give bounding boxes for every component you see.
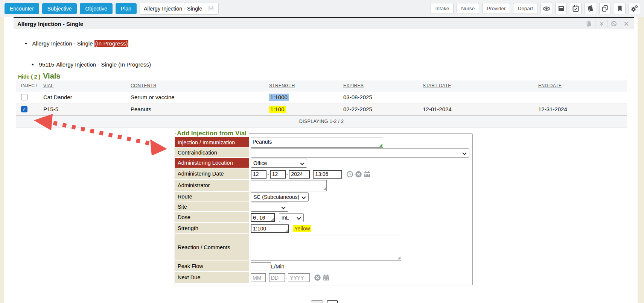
form-legend: Add Injection from Vial [177, 130, 247, 137]
next-due-month-input[interactable] [251, 273, 266, 282]
provider-button[interactable]: Provider [482, 3, 510, 14]
contents-cell: Peanuts [128, 103, 267, 115]
strength-cell: 1:100 [269, 106, 286, 113]
table-pagination: DISPLAYING 1-2 / 2 [16, 115, 627, 127]
resize-grip-icon[interactable] [379, 144, 382, 147]
disable-icon[interactable] [607, 20, 620, 28]
inject-checkbox[interactable] [21, 94, 27, 100]
admin-date-year-input[interactable] [289, 170, 310, 179]
book-icon[interactable] [583, 20, 595, 28]
status-sub-item-label: 95115-Allergy Injection - Single (In Pro… [39, 61, 151, 68]
vials-section: Hide ( 2 ) Vials INJECT VIAL CONTENTS ST… [16, 72, 627, 127]
calendar-icon[interactable] [322, 274, 330, 282]
administrator-label: Administrator [175, 180, 249, 191]
resize-grip-icon[interactable] [397, 256, 400, 259]
contents-cell: Serum or vaccine [128, 91, 267, 103]
divider [30, 52, 624, 52]
encounter-button[interactable]: Encounter [5, 3, 39, 14]
col-header-contents[interactable]: CONTENTS [128, 80, 267, 91]
administering-date-label: Administering Date [175, 168, 249, 179]
clock-icon[interactable] [346, 170, 354, 178]
next-due-label: Next Due [175, 272, 249, 283]
table-row: P15-5 Peanuts 1:100 02-22-2025 12-01-202… [16, 103, 627, 115]
copy-pages-icon[interactable] [599, 3, 611, 14]
partial-button[interactable] [327, 300, 338, 303]
resize-grip-icon[interactable] [285, 229, 288, 232]
status-sub-item: 95115-Allergy Injection - Single (In Pro… [32, 61, 634, 68]
injection-input[interactable]: Peanuts [251, 138, 383, 148]
table-row: Cat Dander Serum or vaccine 1:1000 03-08… [16, 91, 627, 103]
inject-checkbox[interactable] [21, 106, 27, 112]
close-icon[interactable] [620, 20, 632, 28]
route-select[interactable]: SC (Subcutaneous) [251, 192, 309, 201]
peak-flow-label: Peak Flow [175, 261, 249, 271]
contraindication-select[interactable] [251, 148, 469, 158]
administering-location-label: Administering Location [175, 158, 249, 168]
site-select[interactable] [251, 203, 288, 212]
resize-grip-icon[interactable] [271, 218, 274, 221]
resize-grip-icon[interactable] [323, 187, 326, 190]
vials-legend: Vials [43, 72, 60, 80]
expires-cell: 03-08-2025 [341, 91, 420, 103]
nurse-button[interactable]: Nurse [457, 3, 479, 14]
intake-button[interactable]: Intake [431, 3, 454, 14]
status-item: Allergy Injection - Single (In Progress) [25, 40, 634, 47]
status-item-label: Allergy Injection - Single [32, 40, 93, 47]
allergy-injection-panel: Allergy Injection - Single Allergy Injec… [14, 17, 634, 285]
strength-input[interactable] [251, 224, 289, 233]
dose-label: Dose [175, 212, 249, 222]
archive-box-icon[interactable] [555, 3, 567, 14]
hide-vials-link[interactable]: Hide ( 2 ) [18, 74, 40, 80]
col-header-expires[interactable]: EXPIRES [341, 80, 420, 91]
panel-title: Allergy Injection - Single [17, 21, 83, 27]
subjective-button[interactable]: Subjective [42, 3, 77, 14]
col-header-end-date[interactable]: END DATE [536, 80, 627, 91]
calendar-icon[interactable] [363, 170, 371, 178]
top-toolbar: Encounter Subjective Objective Plan Alle… [0, 0, 644, 17]
peak-flow-input[interactable] [251, 262, 271, 271]
eye-icon[interactable] [540, 3, 552, 14]
start-date-cell: 12-01-2024 [420, 103, 536, 115]
book-icon[interactable] [585, 3, 596, 14]
col-header-strength[interactable]: STRENGTH [267, 80, 341, 91]
admin-time-input[interactable] [313, 170, 342, 179]
start-date-cell [420, 91, 536, 103]
depart-button[interactable]: Depart [513, 3, 537, 14]
administrator-input[interactable] [251, 180, 327, 191]
strength-label: Strength [175, 223, 249, 233]
next-due-day-input[interactable] [269, 273, 285, 282]
expires-cell: 02-22-2025 [341, 103, 420, 115]
reaction-comments-input[interactable] [251, 235, 401, 261]
tasks-calendar-icon[interactable] [570, 3, 582, 14]
administering-location-select[interactable]: Office [251, 159, 307, 168]
clear-x-icon[interactable] [314, 274, 321, 282]
end-date-cell: 12-31-2024 [536, 103, 627, 115]
vial-color-note: Yellow [293, 225, 311, 232]
settings-gears-icon[interactable] [629, 3, 640, 14]
vial-cell: P15-5 [41, 103, 128, 115]
col-header-start-date[interactable]: START DATE [420, 80, 536, 91]
col-header-inject: INJECT [16, 80, 41, 91]
objective-button[interactable]: Objective [80, 3, 112, 14]
vial-cell: Cat Dander [41, 91, 128, 103]
dose-unit-select[interactable]: mL [279, 213, 304, 222]
injection-label: Injection / Immunization [175, 137, 249, 147]
next-due-year-input[interactable] [288, 273, 310, 282]
partial-button[interactable] [311, 300, 323, 303]
document-title-box[interactable]: Allergy Injection - Single [140, 3, 219, 15]
admin-date-month-input[interactable] [251, 170, 266, 179]
save-icon [207, 5, 215, 12]
right-scrollbar-gutter[interactable] [638, 17, 644, 303]
peak-flow-unit: L/Min [271, 264, 284, 270]
site-label: Site [175, 202, 249, 211]
admin-date-day-input[interactable] [270, 170, 286, 179]
route-label: Route [175, 192, 249, 201]
collapse-double-chevron-icon[interactable] [595, 20, 607, 28]
strength-cell: 1:1000 [269, 94, 289, 101]
plan-button[interactable]: Plan [116, 3, 137, 14]
bookmark-icon[interactable] [614, 3, 626, 14]
document-title: Allergy Injection - Single [144, 6, 202, 12]
clear-x-icon[interactable] [355, 170, 362, 178]
add-injection-form: Add Injection from Vial Injection / Immu… [175, 130, 473, 285]
col-header-vial[interactable]: VIAL [41, 80, 128, 91]
